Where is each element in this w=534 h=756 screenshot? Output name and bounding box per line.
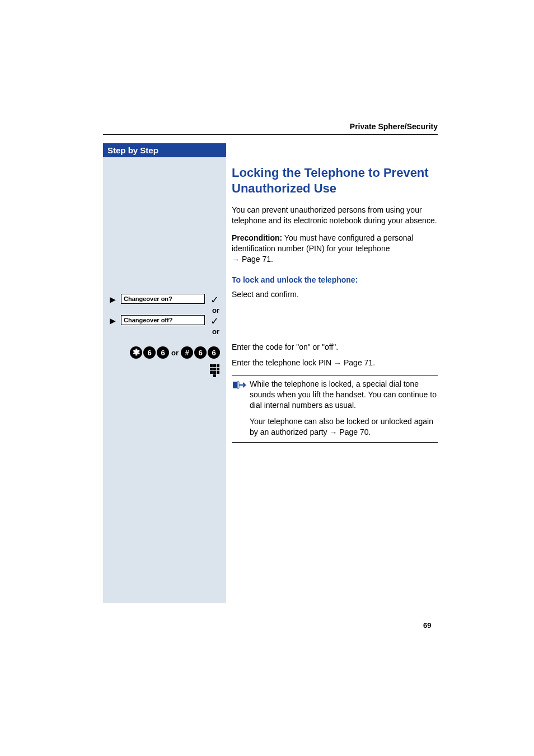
confirm-check-icon: ✓ (210, 315, 219, 327)
six-key-icon: 6 (143, 346, 156, 359)
header-rule (103, 134, 438, 135)
confirm-check-icon: ✓ (210, 294, 219, 306)
arrow-right-icon: → (329, 428, 337, 438)
enter-code-text: Enter the code for "on" or "off". (232, 342, 438, 351)
note1-text: While the telephone is locked, a special… (250, 379, 438, 411)
note-book-icon (232, 380, 250, 392)
enter-pin-page-ref[interactable]: Page 71. (344, 358, 375, 367)
display-changeover-on: Changeover on? (121, 294, 205, 304)
six-key-icon: 6 (157, 346, 169, 359)
menu-arrow-icon: ▶ (110, 295, 116, 304)
arrow-right-icon: → (334, 359, 341, 368)
precondition-page-ref[interactable]: Page 71. (242, 255, 273, 264)
select-confirm-text: Select and confirm. (232, 290, 438, 299)
hash-key-icon: # (181, 346, 193, 359)
note-row-2: Your telephone can also be locked or unl… (232, 416, 438, 438)
key-code-row: ✱66or#66 (120, 346, 221, 359)
step-by-step-sidebar: Step by Step ▶ Changeover on? ✓ or ▶ Cha… (103, 143, 226, 603)
six-key-icon: 6 (194, 346, 207, 359)
note2-page-ref[interactable]: Page 70. (339, 428, 371, 436)
or-inline: or (171, 349, 179, 357)
note-box: While the telephone is locked, a special… (232, 375, 438, 442)
display-changeover-off: Changeover off? (121, 315, 205, 325)
note-row-1: While the telephone is locked, a special… (232, 379, 438, 411)
menu-arrow-icon: ▶ (110, 316, 116, 325)
page-title: Locking the Telephone to Prevent Unautho… (232, 165, 438, 196)
sidebar-title: Step by Step (103, 143, 226, 157)
or-label-1: or (212, 306, 219, 314)
precondition-label: Precondition: (232, 233, 282, 242)
keypad-icon (210, 364, 219, 377)
or-label-2: or (212, 327, 219, 336)
six-key-icon: 6 (208, 346, 220, 359)
subheading: To lock and unlock the telephone: (232, 275, 438, 284)
precondition-text: Precondition: You must have configured a… (232, 233, 438, 265)
page-number: 69 (423, 621, 431, 630)
arrow-right-icon: → (232, 255, 240, 265)
note2-text: Your telephone can also be locked or unl… (250, 416, 438, 438)
enter-pin-body: Enter the telephone lock PIN (232, 358, 334, 367)
header-section-title: Private Sphere/Security (350, 122, 438, 131)
main-content: Locking the Telephone to Prevent Unautho… (232, 165, 438, 443)
intro-text: You can prevent unauthorized persons fro… (232, 205, 438, 226)
enter-pin-text: Enter the telephone lock PIN → Page 71. (232, 358, 438, 367)
star-key-icon: ✱ (130, 346, 142, 359)
